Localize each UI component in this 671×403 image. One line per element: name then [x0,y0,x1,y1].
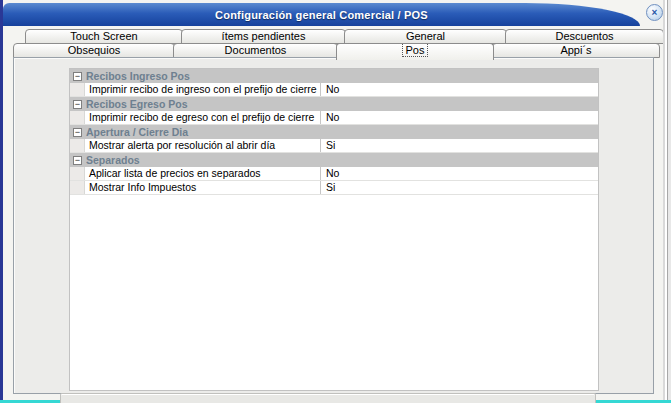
group-title: Apertura / Cierre Dia [86,126,188,138]
dialog-title: Configuración general Comercial / POS [215,9,428,21]
background-window-right-edge [663,0,671,403]
collapse-icon[interactable]: − [73,156,82,165]
collapse-icon[interactable]: − [73,72,82,81]
group-header-apertura-cierre[interactable]: − Apertura / Cierre Dia [70,125,598,139]
group-header-recibos-ingreso[interactable]: − Recibos Ingreso Pos [70,69,598,83]
row-indent [70,139,85,152]
property-row: Mostrar Info Impuestos Si [70,181,598,195]
property-grid: − Recibos Ingreso Pos Imprimir recibo de… [69,68,599,391]
tab-items-pendientes[interactable]: ítems pendientes [181,29,346,44]
dialog-titlebar[interactable]: Configuración general Comercial / POS [3,3,640,26]
tab-descuentos[interactable]: Descuentos [505,29,664,44]
property-label: Aplicar lista de precios en separados [85,167,320,180]
screen: Configuración general Comercial / POS × … [0,0,671,403]
row-indent [70,111,85,124]
property-row: Aplicar lista de precios en separados No [70,167,598,181]
group-title: Recibos Egreso Pos [86,98,188,110]
row-indent [70,167,85,180]
tab-appis[interactable]: Appi´s [492,43,660,58]
group-header-recibos-egreso[interactable]: − Recibos Egreso Pos [70,97,598,111]
group-title: Separados [86,154,140,166]
close-button[interactable]: × [646,4,663,21]
group-title: Recibos Ingreso Pos [86,70,190,82]
row-indent [70,181,85,194]
bottom-panel-strip [60,393,596,403]
property-row: Imprimir recibo de ingreso con el prefij… [70,83,598,97]
dialog-configuracion-general: Configuración general Comercial / POS × … [3,0,664,403]
property-value[interactable]: Si [320,181,598,194]
tab-pos-label: Pos [403,44,428,56]
tabpage-pos: − Recibos Ingreso Pos Imprimir recibo de… [13,57,654,394]
property-row: Imprimir recibo de egreso con el prefijo… [70,111,598,125]
tab-pos-selected[interactable]: Pos [336,43,494,60]
tab-documentos[interactable]: Documentos [173,43,338,58]
group-header-separados[interactable]: − Separados [70,153,598,167]
property-label: Mostrar Info Impuestos [85,181,320,194]
collapse-icon[interactable]: − [73,128,82,137]
property-label: Mostrar alerta por resolución al abrir d… [85,139,320,152]
property-value[interactable]: No [320,83,598,96]
property-label: Imprimir recibo de ingreso con el prefij… [85,83,320,96]
property-value[interactable]: Si [320,139,598,152]
tab-obsequios[interactable]: Obsequios [13,43,175,58]
property-label: Imprimir recibo de egreso con el prefijo… [85,111,320,124]
row-indent [70,83,85,96]
property-row: Mostrar alerta por resolución al abrir d… [70,139,598,153]
collapse-icon[interactable]: − [73,100,82,109]
tab-general[interactable]: General [344,29,507,44]
property-value[interactable]: No [320,111,598,124]
tab-touch-screen[interactable]: Touch Screen [25,29,183,44]
property-value[interactable]: No [320,167,598,180]
close-icon: × [652,8,658,18]
